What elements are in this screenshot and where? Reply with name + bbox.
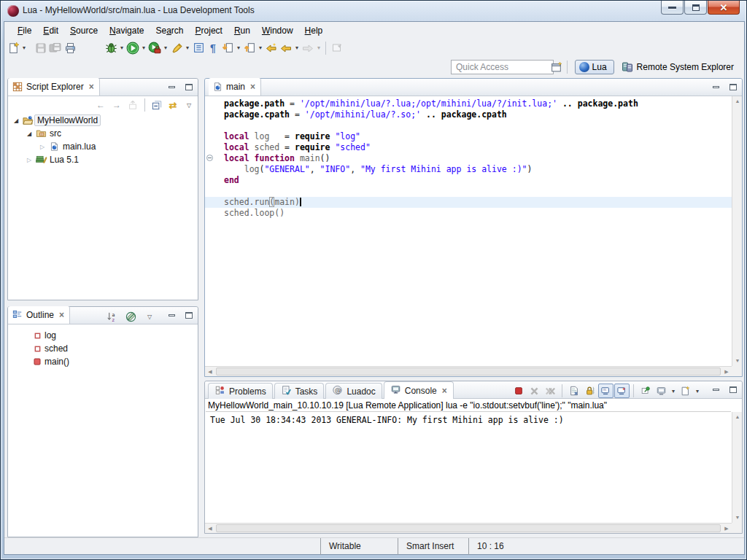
terminate-button[interactable]: [511, 384, 526, 398]
minimize-view-button[interactable]: [166, 82, 177, 92]
previous-annotation-button[interactable]: [242, 39, 257, 57]
back-dropdown[interactable]: ▾: [293, 44, 301, 51]
tab-script-explorer[interactable]: Script Explorer ×: [8, 78, 100, 96]
minimize-editor-button[interactable]: [710, 82, 721, 92]
run-dropdown[interactable]: ▾: [140, 44, 147, 51]
scroll-left-icon[interactable]: ◀: [205, 367, 215, 377]
scroll-down-icon[interactable]: ▼: [732, 513, 743, 523]
close-icon[interactable]: ×: [249, 82, 255, 92]
close-icon[interactable]: ×: [88, 82, 94, 92]
code-line-7[interactable]: log("GENERAL", "INFO", "My first Mihini …: [205, 164, 732, 175]
display-console-dropdown[interactable]: ▾: [670, 388, 677, 394]
console-horizontal-scrollbar[interactable]: ◀ ▶: [205, 523, 732, 533]
expander-closed-icon[interactable]: ▷: [37, 144, 47, 150]
show-whitespace-button[interactable]: ¶: [206, 39, 220, 57]
external-tools-button[interactable]: [147, 39, 162, 57]
code-line-2[interactable]: package.cpath = '/opt/mihini/lua/?.so;' …: [205, 109, 732, 120]
mark-occurrences-dropdown[interactable]: ▾: [184, 44, 191, 51]
maximize-view-button[interactable]: [183, 310, 195, 320]
outline-item-sched[interactable]: sched: [8, 342, 198, 355]
open-console-dropdown[interactable]: ▾: [694, 388, 701, 394]
go-up-button[interactable]: [125, 98, 140, 112]
menu-edit[interactable]: Edit: [37, 24, 64, 37]
code-line-6[interactable]: local function main(): [205, 153, 732, 164]
code-line-8[interactable]: end: [205, 175, 732, 186]
scroll-right-icon[interactable]: ▶: [721, 367, 732, 377]
minimize-console-button[interactable]: [710, 384, 721, 394]
maximize-editor-button[interactable]: [727, 82, 739, 92]
code-line-1[interactable]: package.path = '/opt/mihini/lua/?.lua;/o…: [205, 98, 732, 109]
pin-editor-button[interactable]: [329, 39, 344, 57]
pin-console-button[interactable]: [638, 384, 653, 398]
editor-horizontal-scrollbar[interactable]: ◀ ▶: [205, 366, 732, 376]
menu-help[interactable]: Help: [299, 24, 329, 37]
tree-item-src[interactable]: ◢src: [8, 127, 198, 140]
fold-collapse-icon[interactable]: [206, 155, 213, 161]
debug-dropdown[interactable]: ▾: [118, 44, 125, 51]
minimize-button[interactable]: [661, 1, 684, 15]
previous-annotation-dropdown[interactable]: ▾: [257, 44, 264, 51]
last-edit-location-button[interactable]: [264, 39, 279, 57]
link-with-editor-button[interactable]: ⇄: [166, 98, 180, 112]
scroll-up-icon[interactable]: ▲: [732, 96, 743, 106]
quick-access-input[interactable]: [451, 60, 554, 74]
perspective-rse-button[interactable]: Remote System Explorer: [619, 60, 737, 74]
debug-button[interactable]: [104, 39, 118, 57]
scroll-left-icon[interactable]: ◀: [205, 524, 215, 534]
save-all-button[interactable]: [48, 39, 63, 57]
close-button[interactable]: ✕: [708, 1, 740, 15]
tab-outline[interactable]: Outline ×: [8, 306, 70, 324]
perspective-lua-button[interactable]: Lua: [575, 60, 614, 74]
print-button[interactable]: [63, 39, 77, 57]
tree-item-lua-5-1[interactable]: ▷Lua 5.1: [8, 153, 198, 166]
code-line-9[interactable]: [205, 186, 732, 197]
scroll-down-icon[interactable]: ▼: [732, 356, 743, 366]
code-line-10[interactable]: sched.run(main): [205, 197, 732, 208]
minimize-view-button[interactable]: [166, 310, 177, 320]
title-bar[interactable]: Lua - MyHellowWorld/src/main.lua - Lua D…: [1, 1, 746, 21]
expander-closed-icon[interactable]: ▷: [24, 157, 34, 163]
outline-item-main[interactable]: main(): [8, 355, 198, 368]
maximize-console-button[interactable]: [727, 384, 739, 394]
back-history-button[interactable]: ←: [93, 98, 108, 112]
new-button[interactable]: [6, 39, 20, 57]
run-button[interactable]: [125, 39, 140, 57]
scroll-lock-button[interactable]: [582, 384, 597, 398]
next-annotation-dropdown[interactable]: ▾: [235, 44, 242, 51]
show-on-stdout-button[interactable]: [598, 384, 614, 398]
show-on-stderr-button[interactable]: *: [614, 384, 630, 398]
console-output[interactable]: Tue Jul 30 18:34:43 2013 GENERAL-INFO: M…: [206, 412, 731, 523]
menu-run[interactable]: Run: [228, 24, 256, 37]
scroll-up-icon[interactable]: ▲: [732, 412, 743, 422]
expander-open-icon[interactable]: ◢: [11, 117, 21, 124]
code-line-3[interactable]: [205, 120, 732, 131]
editor-vertical-scrollbar[interactable]: ▲ ▼: [732, 96, 742, 366]
maximize-button[interactable]: [684, 1, 707, 15]
expander-open-icon[interactable]: ◢: [24, 131, 34, 137]
open-console-button[interactable]: [678, 384, 693, 398]
forward-dropdown[interactable]: ▾: [315, 44, 322, 51]
mark-occurrences-button[interactable]: [169, 39, 184, 57]
clear-console-button[interactable]: [566, 384, 581, 398]
new-dropdown[interactable]: ▾: [20, 44, 28, 51]
maximize-view-button[interactable]: [183, 82, 195, 92]
external-tools-dropdown[interactable]: ▾: [162, 44, 169, 51]
tree-item-main-lua[interactable]: ▷main.lua: [8, 140, 198, 153]
outline-item-log[interactable]: log: [8, 329, 198, 342]
menu-file[interactable]: File: [12, 24, 37, 37]
open-perspective-button[interactable]: [549, 58, 564, 76]
forward-button[interactable]: [301, 39, 315, 57]
code-editor[interactable]: package.path = '/opt/mihini/lua/?.lua;/o…: [205, 96, 732, 366]
close-icon[interactable]: ×: [58, 310, 64, 320]
remove-launch-button[interactable]: [527, 384, 542, 398]
tab-console[interactable]: Console×: [384, 381, 454, 399]
tab-luadoc[interactable]: @Luadoc: [325, 383, 382, 399]
back-button[interactable]: [279, 39, 293, 57]
code-line-4[interactable]: local log = require "log": [205, 131, 732, 142]
hide-locals-button[interactable]: [123, 310, 138, 323]
scrollbar-thumb[interactable]: [216, 368, 721, 376]
scrollbar-thumb[interactable]: [216, 524, 721, 532]
tree-item-myhellowworld[interactable]: ◢MyHellowWorld: [8, 114, 198, 127]
close-icon[interactable]: ×: [441, 386, 447, 396]
menu-search[interactable]: Search: [150, 24, 189, 37]
